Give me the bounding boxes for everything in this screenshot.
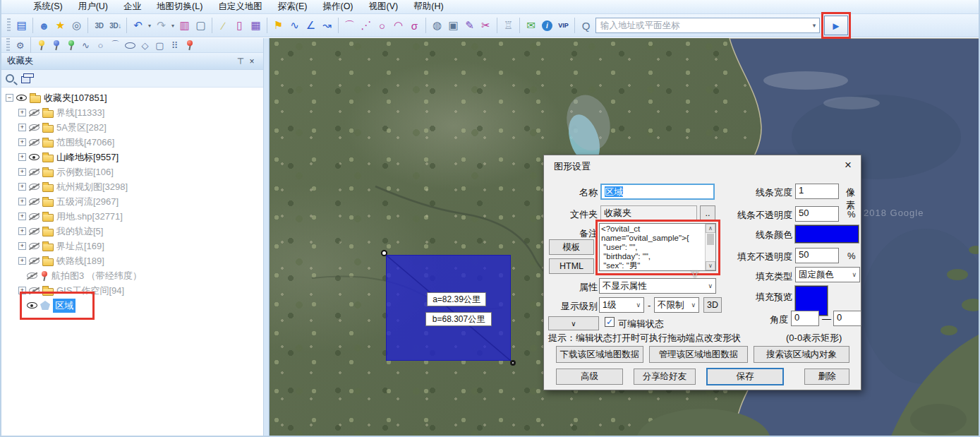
folder-input[interactable]: 收藏夹 <box>600 205 697 221</box>
visibility-eye-icon[interactable] <box>29 287 40 294</box>
add-angle-icon[interactable]: ∠ <box>303 16 319 35</box>
line-opacity-input[interactable]: 50 <box>795 206 839 222</box>
fill-type-dropdown[interactable]: 固定颜色∨ <box>795 267 860 282</box>
panel-pin-icon[interactable]: ⊤ <box>235 56 246 66</box>
delete-button[interactable]: 删除 <box>804 369 849 385</box>
multi-select-tool-icon[interactable]: ⠿ <box>167 39 182 52</box>
scroll-up-icon[interactable]: ∧ <box>706 224 715 233</box>
save-icon[interactable]: ▤ <box>13 16 30 35</box>
tree-item-label[interactable]: 界址点[169] <box>56 240 104 253</box>
scroll-thumb[interactable] <box>707 234 714 245</box>
draw-sector-icon[interactable]: σ <box>406 16 423 35</box>
angle-to-input[interactable]: 0 <box>833 311 861 326</box>
panel-close-icon[interactable]: × <box>246 56 258 66</box>
tree-expander[interactable]: + <box>18 198 26 205</box>
yellow-pin-icon[interactable] <box>34 39 49 52</box>
dialog-close-icon[interactable]: × <box>845 158 852 172</box>
tree-item[interactable]: + 5A景区[282] <box>1 120 263 135</box>
tree-expander[interactable]: + <box>18 168 26 176</box>
visibility-eye-icon[interactable] <box>29 243 40 249</box>
tree-expander[interactable]: + <box>18 287 26 294</box>
tree-expander[interactable]: + <box>18 227 26 235</box>
view-3d-icon[interactable]: 3D <box>91 16 107 35</box>
visibility-eye-icon[interactable] <box>29 213 40 220</box>
blue-pin-icon[interactable] <box>49 39 63 52</box>
tree-expander[interactable]: + <box>18 124 26 131</box>
undo-dropdown-icon[interactable]: ▾ <box>146 16 153 35</box>
tree-item-label[interactable]: 铁路线[189] <box>56 255 104 268</box>
tree-item[interactable]: + GIS工作空间[94] <box>1 283 263 298</box>
tree-item[interactable]: + 五级河流[2967] <box>1 194 263 209</box>
template-button[interactable]: 模板 <box>549 239 594 255</box>
menu-enterprise[interactable]: 企业 <box>116 1 149 13</box>
save-button[interactable]: 保存 <box>706 368 784 385</box>
measure-ruler-icon[interactable]: ▯ <box>231 16 248 35</box>
visibility-eye-icon[interactable] <box>16 95 27 101</box>
tree-item-label[interactable]: 区域 <box>53 299 75 313</box>
search-dropdown-icon[interactable]: ▾ <box>809 22 819 29</box>
add-curve-icon[interactable]: ↝ <box>319 16 335 35</box>
expand-more-button[interactable]: ∨ <box>548 316 599 330</box>
dotted-track-icon[interactable]: ⋰ <box>358 16 374 35</box>
dialog-collapse-arrow[interactable]: ▽ <box>691 268 698 279</box>
tree-item-label[interactable]: 山峰地标[9557] <box>56 151 119 164</box>
manage-area-data-button[interactable]: 管理该区域地图数据 <box>649 346 748 363</box>
menu-user[interactable]: 用户(U) <box>71 1 116 13</box>
tree-item-label[interactable]: 范围线[47066] <box>56 136 114 149</box>
line-color-swatch[interactable] <box>795 225 859 243</box>
scroll-down-icon[interactable]: ∨ <box>706 261 715 270</box>
menu-view[interactable]: 视图(V) <box>361 1 406 13</box>
red-pin-icon[interactable] <box>182 39 197 52</box>
user-icon[interactable]: ☻ <box>36 16 52 35</box>
tree-item-label[interactable]: 我的轨迹[5] <box>56 225 103 238</box>
city-building-icon[interactable]: ♖ <box>500 16 516 35</box>
note-scrollbar[interactable]: ∧ ∨ <box>705 224 715 270</box>
delete-icon[interactable]: ▥ <box>176 16 193 35</box>
level-3d-button[interactable]: 3D <box>703 297 722 313</box>
polygon-tool-icon[interactable]: ◇ <box>138 39 152 52</box>
tree-item-label[interactable]: GIS工作空间[94] <box>56 285 124 297</box>
tree-expander[interactable]: + <box>18 257 26 265</box>
tree-expander[interactable]: + <box>18 183 26 191</box>
menu-system[interactable]: 系统(S) <box>25 1 71 13</box>
marquee-select-icon[interactable]: ▢ <box>193 16 209 35</box>
quick-draw-icon[interactable]: ∕ <box>215 16 231 35</box>
favorites-star-icon[interactable]: ★ <box>52 16 68 35</box>
menu-operate[interactable]: 操作(O) <box>315 1 361 13</box>
toolbar-grip[interactable] <box>7 18 11 32</box>
tree-item-label[interactable]: 用地.shp[32771] <box>56 210 123 223</box>
edit-pencil-icon[interactable]: ✎ <box>461 16 478 35</box>
region-handle-topleft[interactable] <box>381 250 387 256</box>
visibility-eye-icon[interactable] <box>27 302 37 309</box>
tree-expander[interactable]: + <box>18 153 26 161</box>
folder-browse-button[interactable]: .. <box>700 205 715 221</box>
address-search-input[interactable] <box>596 20 809 30</box>
message-icon[interactable]: ✉ <box>523 16 539 35</box>
tree-item-root[interactable]: − 收藏夹[107851] <box>1 90 263 105</box>
tree-item-label[interactable]: 5A景区[282] <box>56 121 107 134</box>
tree-expander[interactable]: + <box>18 242 26 250</box>
attribute-dropdown[interactable]: 不显示属性∨ <box>599 278 716 294</box>
redo-dropdown-icon[interactable]: ▾ <box>169 16 176 35</box>
search-magnifier-icon[interactable]: Q <box>578 16 594 35</box>
circle-tool-icon[interactable]: ○ <box>93 39 108 52</box>
image-overlay-icon[interactable]: ▣ <box>445 16 461 35</box>
visibility-eye-icon[interactable] <box>29 258 40 264</box>
search-area-objects-button[interactable]: 搜索该区域内对象 <box>754 346 849 363</box>
tree-item-label[interactable]: 示例数据[106] <box>56 166 114 179</box>
tree-item[interactable]: + 杭州规划图[3298] <box>1 179 263 194</box>
download-area-data-button[interactable]: 下载该区域地图数据 <box>556 346 643 363</box>
visibility-eye-icon[interactable] <box>29 139 40 145</box>
panel-search-icon[interactable] <box>6 74 14 83</box>
toggle-3d-2d-icon[interactable]: 3D↓ <box>107 16 123 35</box>
tree-item[interactable]: 航拍图3 （带经纬度） <box>1 268 263 283</box>
rect-select-tool-icon[interactable]: ▢ <box>152 39 167 52</box>
tree-expander[interactable]: + <box>18 109 26 116</box>
tree-item[interactable]: + 范围线[47066] <box>1 135 263 150</box>
arc-tool-icon[interactable]: ⌒ <box>108 39 123 52</box>
angle-from-input[interactable]: 0 <box>791 311 819 326</box>
tree-item[interactable]: + 用地.shp[32771] <box>1 209 263 224</box>
tree-item-label[interactable]: 收藏夹[107851] <box>44 92 107 104</box>
tree-item-label[interactable]: 五级河流[2967] <box>56 196 119 208</box>
fill-opacity-input[interactable]: 50 <box>795 248 839 263</box>
